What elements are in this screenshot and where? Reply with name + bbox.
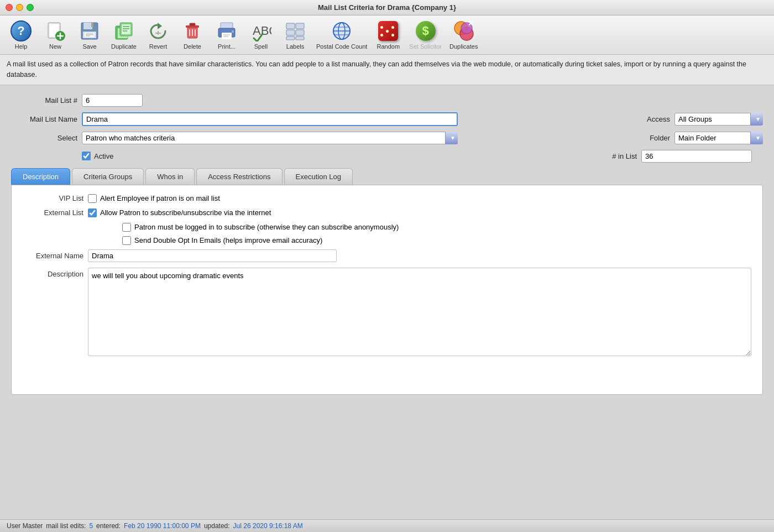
mail-list-name-input[interactable] <box>82 112 458 126</box>
revert-button[interactable]: Revert <box>142 18 175 52</box>
tab-content-description: VIP List Alert Employee if patron is on … <box>11 185 763 395</box>
help-button[interactable]: ? Help <box>4 18 38 52</box>
external-name-input[interactable] <box>88 249 337 262</box>
new-label: New <box>49 43 61 50</box>
status-edits-count: 5 <box>89 522 93 530</box>
mail-list-number-row: Mail List # <box>11 94 763 107</box>
svg-rect-39 <box>296 30 304 35</box>
maximize-button[interactable] <box>27 4 34 11</box>
status-bar: User Master mail list edits: 5 entered: … <box>0 519 774 532</box>
delete-button[interactable]: Delete <box>176 18 209 52</box>
random-icon <box>377 20 399 42</box>
postal-button[interactable]: Postal Code Count <box>313 18 370 52</box>
tab-execution-log[interactable]: Execution Log <box>284 168 353 185</box>
folder-label: Folder <box>650 134 670 142</box>
vip-list-row: VIP List Alert Employee if patron is on … <box>23 194 751 203</box>
active-checkbox[interactable] <box>82 152 91 160</box>
status-entered-label: entered: <box>96 522 121 530</box>
select-type-select[interactable]: Patron who matches criteria All Patrons … <box>82 132 458 144</box>
status-updated-label: updated: <box>204 522 230 530</box>
tab-whos-in[interactable]: Whos in <box>145 168 195 185</box>
access-section: Access All Groups Admin Only Staff <box>647 113 763 126</box>
spell-label: Spell <box>254 43 268 50</box>
external-name-row: External Name <box>23 249 751 262</box>
labels-label: Labels <box>286 43 304 50</box>
mail-list-name-label: Mail List Name <box>11 115 77 123</box>
svg-rect-6 <box>83 23 92 29</box>
labels-button[interactable]: Labels <box>279 18 312 52</box>
delete-icon <box>181 20 203 42</box>
svg-rect-25 <box>190 23 195 26</box>
folder-section: Folder Main Folder Subfolder 1 <box>650 132 763 144</box>
double-opt-in-checkbox[interactable] <box>122 236 131 245</box>
access-label: Access <box>647 115 670 123</box>
duplicates-label: Duplicates <box>449 43 478 50</box>
help-label: Help <box>15 43 28 50</box>
folder-select[interactable]: Main Folder Subfolder 1 <box>674 132 763 144</box>
duplicates-button[interactable]: ✕ Duplicates <box>446 18 481 52</box>
vip-list-text: Alert Employee if patron is on mail list <box>100 194 220 202</box>
print-button[interactable]: Print... <box>210 18 243 52</box>
close-button[interactable] <box>6 4 13 11</box>
title-bar: Mail List Criteria for Drama {Company 1} <box>0 0 774 15</box>
access-select[interactable]: All Groups Admin Only Staff <box>674 113 763 126</box>
vip-list-label: VIP List <box>23 194 83 202</box>
print-label: Print... <box>218 43 236 50</box>
external-name-label: External Name <box>23 252 83 260</box>
vip-list-checkbox[interactable] <box>88 194 97 203</box>
postal-label: Postal Code Count <box>316 43 367 50</box>
spell-button[interactable]: ABC Spell <box>244 18 278 52</box>
select-type-wrapper[interactable]: Patron who matches criteria All Patrons … <box>82 132 458 144</box>
select-label: Select <box>11 134 77 142</box>
toolbar: ? Help New <box>0 15 774 55</box>
access-select-wrapper[interactable]: All Groups Admin Only Staff <box>674 113 763 126</box>
mail-list-number-label: Mail List # <box>11 96 77 105</box>
duplicates-icon: ✕ <box>453 20 475 42</box>
description-textarea[interactable]: we will tell you about upcoming dramatic… <box>88 268 751 356</box>
window-title: Mail List Criteria for Drama {Company 1} <box>318 3 456 12</box>
window-controls[interactable] <box>6 4 34 11</box>
postal-icon <box>331 20 353 42</box>
external-list-text: Allow Patron to subscribe/unsubscribe vi… <box>100 208 271 217</box>
new-button[interactable]: New <box>39 18 72 52</box>
duplicate-button[interactable]: Duplicate <box>107 18 140 52</box>
tab-access-restrictions[interactable]: Access Restrictions <box>196 168 282 185</box>
solicitor-button: $ Set Solicitor <box>406 18 445 52</box>
main-content: Mail List # Mail List Name Access All Gr… <box>0 85 774 404</box>
svg-rect-41 <box>296 36 304 40</box>
svg-rect-31 <box>222 33 232 39</box>
select-row: Select Patron who matches criteria All P… <box>11 132 763 144</box>
solicitor-icon: $ <box>415 20 437 42</box>
description-text: A mail list used as a collection of Patr… <box>7 60 746 79</box>
svg-rect-32 <box>232 30 234 33</box>
in-list-label: # in List <box>612 152 637 160</box>
in-list-input[interactable] <box>641 150 752 163</box>
external-list-label: External List <box>23 208 83 217</box>
external-list-row: External List Allow Patron to subscribe/… <box>23 208 751 217</box>
mail-list-name-row: Mail List Name Access All Groups Admin O… <box>11 112 763 126</box>
save-button[interactable]: Save <box>73 18 106 52</box>
logged-in-checkbox[interactable] <box>122 223 131 232</box>
mail-list-number-input[interactable] <box>82 94 143 107</box>
random-button[interactable]: Random <box>372 18 405 52</box>
status-entered-date: Feb 20 1990 11:00:00 PM <box>124 522 201 530</box>
description-field-label: Description <box>23 268 83 278</box>
help-icon: ? <box>10 20 32 42</box>
active-label: Active <box>94 152 113 160</box>
tab-description[interactable]: Description <box>11 168 70 185</box>
logged-in-text: Patron must be logged in to subscribe (o… <box>134 223 399 231</box>
external-list-checkbox[interactable] <box>88 208 97 217</box>
minimize-button[interactable] <box>16 4 23 11</box>
tab-criteria-groups[interactable]: Criteria Groups <box>72 168 144 185</box>
folder-select-wrapper[interactable]: Main Folder Subfolder 1 <box>674 132 763 144</box>
description-banner: A mail list used as a collection of Patr… <box>0 55 774 85</box>
svg-rect-36 <box>286 23 295 29</box>
svg-text:✕: ✕ <box>468 20 474 28</box>
svg-rect-38 <box>286 30 295 35</box>
save-label: Save <box>82 43 96 50</box>
svg-rect-16 <box>122 24 130 34</box>
random-label: Random <box>377 43 400 50</box>
status-edits-label: mail list edits: <box>46 522 86 530</box>
active-row: Active # in List <box>11 150 763 163</box>
labels-icon <box>284 20 306 42</box>
